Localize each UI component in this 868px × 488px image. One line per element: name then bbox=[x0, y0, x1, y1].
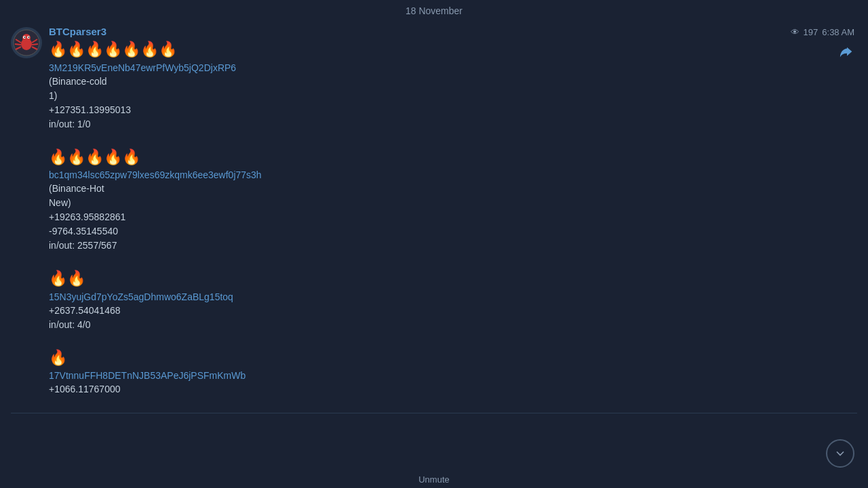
forward-button[interactable] bbox=[840, 45, 854, 64]
unmute-label: Unmute bbox=[418, 474, 450, 485]
msg-text-2-4: in/out: 2557/567 bbox=[49, 239, 857, 253]
date-text: 18 November bbox=[406, 5, 462, 16]
btc-address-1[interactable]: 3M219KR5vEneNb47ewrPfWyb5jQ2DjxRP6 bbox=[49, 62, 857, 73]
msg-text-1-3: in/out: 1/0 bbox=[49, 117, 857, 131]
fire-row-3: 🔥🔥 bbox=[49, 269, 857, 289]
fire-row-2: 🔥🔥🔥🔥🔥 bbox=[49, 148, 857, 167]
msg-text-3-0: +2637.54041468 bbox=[49, 304, 857, 318]
message-time: 6:38 AM bbox=[822, 27, 854, 37]
msg-text-2-0: (Binance-Hot bbox=[49, 182, 857, 196]
msg-text-3-1: in/out: 4/0 bbox=[49, 318, 857, 332]
chevron-down-icon bbox=[833, 447, 847, 460]
btc-address-4[interactable]: 17VtnnuFFH8DETnNJB53APeJ6jPSFmKmWb bbox=[49, 370, 857, 381]
msg-text-2-1: New) bbox=[49, 196, 857, 210]
svg-point-6 bbox=[28, 37, 30, 38]
avatar-col bbox=[11, 26, 49, 413]
svg-line-11 bbox=[32, 44, 38, 45]
fire-row-4: 🔥 bbox=[49, 348, 857, 368]
msg-text-2-2: +19263.95882861 bbox=[49, 210, 857, 224]
message-meta: 👁 197 6:38 AM bbox=[791, 27, 854, 37]
avatar bbox=[11, 27, 42, 58]
forward-icon bbox=[840, 45, 854, 60]
svg-point-5 bbox=[24, 37, 26, 38]
message-body: BTCparser3 🔥🔥🔥🔥🔥🔥🔥 3M219KR5vEneNb47ewrPf… bbox=[49, 26, 857, 413]
fire-row-1: 🔥🔥🔥🔥🔥🔥🔥 bbox=[49, 40, 857, 60]
msg-text-2-3: -9764.35145540 bbox=[49, 224, 857, 239]
message-block-3: 🔥🔥 15N3yujGd7pYoZs5agDhmwo6ZaBLg15toq +2… bbox=[49, 269, 857, 332]
date-header: 18 November bbox=[0, 0, 868, 19]
message-container: BTCparser3 🔥🔥🔥🔥🔥🔥🔥 3M219KR5vEneNb47ewrPf… bbox=[0, 19, 868, 413]
msg-text-4-0: +1066.11767000 bbox=[49, 382, 857, 396]
message-block-4: 🔥 17VtnnuFFH8DETnNJB53APeJ6jPSFmKmWb +10… bbox=[49, 348, 857, 397]
view-count: 197 bbox=[804, 27, 818, 37]
message-block-1: 🔥🔥🔥🔥🔥🔥🔥 3M219KR5vEneNb47ewrPfWyb5jQ2DjxR… bbox=[49, 40, 857, 131]
msg-text-1-0: (Binance-cold bbox=[49, 75, 857, 89]
btc-address-3[interactable]: 15N3yujGd7pYoZs5agDhmwo6ZaBLg15toq bbox=[49, 291, 857, 302]
sender-name: BTCparser3 bbox=[49, 26, 857, 37]
svg-line-8 bbox=[15, 44, 21, 45]
btc-address-2[interactable]: bc1qm34lsc65zpw79lxes69zkqmk6ee3ewf0j77s… bbox=[49, 169, 857, 180]
bottom-divider bbox=[11, 413, 857, 413]
eye-icon: 👁 bbox=[791, 27, 800, 37]
avatar-image bbox=[13, 29, 40, 56]
message-block-2: 🔥🔥🔥🔥🔥 bc1qm34lsc65zpw79lxes69zkqmk6ee3ew… bbox=[49, 148, 857, 253]
unmute-hint: Unmute bbox=[418, 474, 450, 485]
msg-text-1-2: +127351.13995013 bbox=[49, 103, 857, 117]
scroll-down-button[interactable] bbox=[826, 439, 854, 468]
msg-text-1-1: 1) bbox=[49, 89, 857, 103]
